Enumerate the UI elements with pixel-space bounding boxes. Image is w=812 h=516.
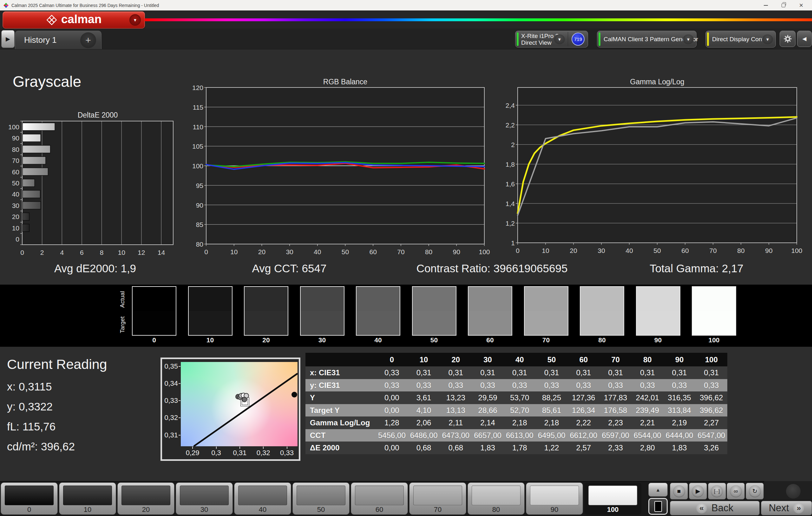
deltae-x-tick: 4 [60, 249, 64, 256]
swatch-level-label: 40 [356, 336, 400, 344]
collapse-panel-button[interactable]: ◀ [797, 31, 812, 47]
table-cell: 0,33 [472, 379, 504, 392]
target-patch [356, 311, 400, 335]
panel-up-button[interactable]: ▲ [648, 483, 668, 497]
table-cell: 2,57 [568, 442, 600, 454]
table-col-header: 50 [536, 353, 568, 366]
tab-history-1[interactable]: History 1 + [15, 31, 102, 49]
table-cell: 396,62 [695, 391, 727, 404]
sidebar-expand-button[interactable]: ▶ [1, 30, 14, 48]
table-cell: 127,36 [568, 391, 600, 404]
table-cell: 53,70 [504, 391, 536, 404]
grayscale-swatch-20 [244, 286, 288, 336]
spectrum-bar [145, 19, 812, 21]
tick-mark [179, 418, 180, 418]
gray-level-button-90[interactable]: 90 [526, 482, 583, 515]
gray-level-button-30[interactable]: 30 [176, 482, 233, 515]
tick-mark [179, 366, 180, 367]
table-corner-cell [306, 353, 376, 366]
level-label: 100 [585, 506, 641, 514]
gamma-chart-title: Gamma Log/Log [518, 78, 797, 86]
stop-button[interactable]: ■ [670, 483, 688, 499]
meter-count-badge: 719 [572, 33, 585, 45]
brand-menu-chevron-icon[interactable]: ▼ [129, 14, 141, 26]
table-cell: 6544,00 [632, 429, 664, 442]
gray-level-button-80[interactable]: 80 [467, 482, 525, 515]
table-row: Target Y0,004,1013,1328,6652,7085,61126,… [306, 404, 727, 417]
continuous-icon: ∞ [730, 485, 742, 497]
deltae-bar-30 [23, 202, 40, 209]
grayscale-swatch-0 [132, 286, 176, 336]
gray-level-button-10[interactable]: 10 [59, 482, 116, 515]
meter-dropdown[interactable]: X-Rite i1Pro 3 Direct View ▼ 719 [515, 31, 588, 48]
close-button[interactable]: × [792, 0, 810, 10]
svg-text:50: 50 [654, 247, 661, 254]
tick-mark [263, 447, 264, 449]
svg-text:0: 0 [204, 248, 208, 255]
gray-level-button-100[interactable]: 100 [584, 482, 641, 515]
table-cell: 1,83 [664, 442, 696, 454]
continuous-button[interactable]: ∞ [727, 483, 745, 499]
table-cell: 1,28 [376, 417, 408, 429]
restore-button[interactable] [775, 0, 792, 10]
next-label: Next [769, 503, 789, 514]
table-cell: 0,33 [600, 379, 632, 392]
step-button[interactable]: [··] [708, 483, 726, 499]
table-cell: 0,00 [376, 404, 408, 417]
add-tab-button[interactable]: + [80, 32, 96, 48]
pattern-window-button[interactable] [648, 498, 668, 515]
swatch-level-label: 60 [468, 336, 512, 344]
svg-text:70: 70 [709, 247, 717, 254]
back-button[interactable]: « Back [670, 501, 760, 515]
refresh-button[interactable]: ↻ [746, 483, 764, 499]
gray-level-button-60[interactable]: 60 [351, 482, 408, 515]
play-button[interactable]: ▶ [689, 483, 707, 499]
minimize-button[interactable] [757, 0, 775, 10]
pattern-generator-dropdown[interactable]: CalMAN Client 3 Pattern Generator ▼ [597, 31, 697, 48]
swatch-level-label: 30 [300, 336, 345, 344]
calman-menu-button[interactable]: calman ▼ [3, 11, 145, 29]
table-cell: 13,13 [440, 404, 472, 417]
table-cell: 0,33 [695, 379, 727, 392]
gray-level-button-20[interactable]: 20 [117, 482, 174, 515]
gamma-chart: 2,42,221,81,61,41,2101020304050607080901… [504, 86, 809, 258]
table-cell: 2,14 [472, 417, 504, 429]
page-title: Grayscale [13, 73, 81, 90]
level-label: 70 [409, 506, 466, 514]
grayscale-swatch-30 [300, 286, 345, 336]
table-cell: 4,10 [408, 404, 440, 417]
actual-patch [468, 287, 512, 311]
target-patch [189, 311, 232, 335]
reading-y: y: 0,3322 [7, 400, 53, 413]
table-cell: 85,61 [536, 404, 568, 417]
gray-level-button-70[interactable]: 70 [409, 482, 466, 515]
target-patch [133, 311, 176, 335]
level-swatch [180, 486, 229, 505]
stat-total-gamma: Total Gamma: 2,17 [649, 262, 744, 275]
row-label: Y [306, 391, 376, 404]
level-label: 90 [526, 506, 583, 514]
table-cell: 2,33 [600, 442, 632, 454]
table-cell: 0,00 [376, 442, 408, 454]
gray-level-button-50[interactable]: 50 [292, 482, 350, 515]
table-cell: 2,18 [504, 417, 536, 429]
deltae-chart-title: DeltaE 2000 [22, 111, 173, 120]
gray-level-button-0[interactable]: 0 [1, 482, 58, 515]
actual-patch [301, 287, 344, 311]
next-button[interactable]: Next » [761, 501, 812, 515]
actual-patch [133, 287, 176, 311]
svg-text:50: 50 [342, 248, 349, 255]
gray-level-button-40[interactable]: 40 [234, 482, 291, 515]
table-cell: 0,68 [440, 442, 472, 454]
svg-text:110: 110 [193, 123, 203, 130]
settings-button[interactable] [780, 31, 795, 47]
table-cell: 0,31 [440, 366, 472, 379]
table-col-header: 30 [472, 353, 504, 366]
svg-text:115: 115 [193, 104, 203, 111]
target-patch [525, 311, 568, 335]
level-label: 30 [176, 506, 232, 514]
display-control-dropdown[interactable]: Direct Display Control ▼ [705, 31, 776, 48]
table-cell: 0,31 [600, 366, 632, 379]
reading-x: x: 0,3115 [7, 381, 52, 393]
svg-text:70: 70 [397, 248, 404, 255]
